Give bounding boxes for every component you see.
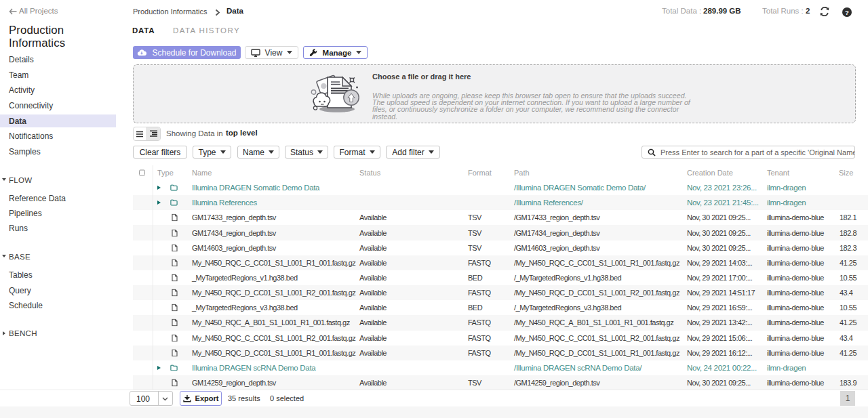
svg-text:?: ? bbox=[845, 8, 849, 16]
